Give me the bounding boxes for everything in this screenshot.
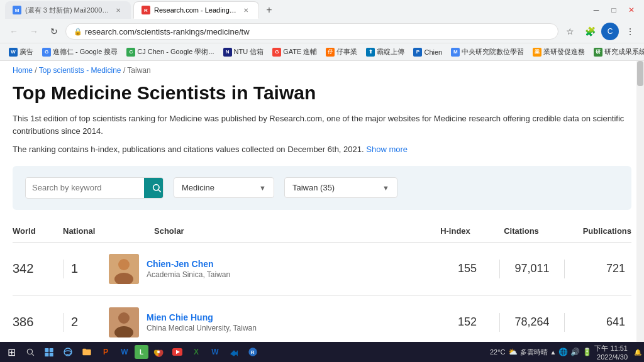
reload-button[interactable]: ↻ [45,23,63,40]
show-more-link[interactable]: Show more [366,145,408,154]
taskbar-folder-icon [82,347,92,357]
svg-rect-12 [45,353,48,356]
address-text: research.com/scientists-rankings/medicin… [85,27,250,36]
svg-point-6 [118,312,130,324]
breadcrumb-medicine[interactable]: Top scientists - Medicine [39,66,121,75]
bookmark-gate[interactable]: G GATE 進輔 [269,45,321,59]
taskbar-app-folder[interactable] [78,343,96,361]
svg-line-1 [158,190,161,192]
menu-button[interactable]: ⋮ [621,23,639,40]
taskbar-explorer-icon [44,347,54,357]
bookmark-upload-label: 霸綻上傳 [377,47,404,57]
close-button[interactable]: ✕ [624,3,639,18]
taskbar-clock[interactable]: 下午 11:51 2022/4/30 [594,344,631,361]
world-rank-2: 386 [13,315,63,329]
bookmark-ntu[interactable]: N NTU 信箱 [219,45,268,59]
scholar-photo-2 [109,307,139,337]
breadcrumb-home[interactable]: Home [13,66,33,75]
country-dropdown[interactable]: Taiwan (35) ▼ [284,177,397,198]
bookmark-task-label: 仔事業 [336,47,357,57]
taskbar-app-excel[interactable]: X [187,343,205,361]
discipline-arrow-icon: ▼ [259,184,266,192]
address-bar: ← → ↻ 🔒 research.com/scientists-rankings… [0,20,644,43]
discipline-value: Medicine [182,183,214,192]
hindex-2: 152 [439,315,496,329]
header-publications: Publications [556,226,631,236]
taskbar-youtube-icon [172,348,182,356]
bookmark-cj[interactable]: C CJ Chen - Google 學術... [123,45,218,59]
publications-1: 721 [569,262,631,275]
taskbar-date: 2022/4/30 [594,353,628,361]
taskbar-app-edge[interactable] [59,343,77,361]
taskbar-app-youtube[interactable] [169,343,186,361]
taskbar-app-word[interactable]: W [116,343,133,361]
taskbar-time: 下午 11:51 [594,344,628,353]
taskbar-app-vscode[interactable] [225,343,243,361]
taskbar-app-line[interactable]: L [135,345,148,359]
scholar-name-1[interactable]: Chien-Jen Chen [147,259,230,269]
back-button[interactable]: ← [5,23,23,40]
taskbar-network-icon: 🌐 [558,348,568,356]
taskbar-r-icon: R [248,347,258,357]
bookmark-star[interactable]: ☆ [561,23,579,40]
header-world: World [13,226,63,236]
search-button[interactable] [144,178,164,198]
breadcrumb-taiwan: Taiwan [127,66,150,75]
extension-puzzle[interactable]: 🧩 [581,23,599,40]
bookmark-google-label: 進德仁 - Google 搜尋 [53,47,118,57]
discipline-dropdown[interactable]: Medicine ▼ [174,177,274,198]
bookmark-results[interactable]: 研 研究成果系統 [590,45,644,59]
tab-mail-close[interactable]: ✕ [113,5,123,15]
scholar-name-2[interactable]: Mien Chie Hung [147,312,257,322]
search-box [25,177,164,199]
national-rank-1: 1 [71,261,109,276]
scholar-affil-1: Academia Sinica, Taiwan [147,270,230,279]
taskbar-volume-icon[interactable]: 🔊 [570,348,580,356]
search-input[interactable] [26,178,144,197]
publications-2: 641 [569,315,631,329]
bookmark-upload[interactable]: ⬆ 霸綻上傳 [362,45,408,59]
taskbar-notifications[interactable]: 🔔 [634,349,641,356]
maximize-button[interactable]: □ [606,3,621,18]
scholar-avatar-2 [109,307,139,337]
scrollbar[interactable] [636,61,644,343]
start-button[interactable]: ⊞ [3,343,20,361]
bookmark-chien[interactable]: P Chien [409,45,446,59]
minimize-button[interactable]: ─ [589,3,604,18]
profile-avatar[interactable]: C [601,23,619,40]
taskbar-app-word2[interactable]: W [206,343,224,361]
bookmark-app-label: 廣告 [19,47,33,57]
table-row: 342 1 Chien-Jen Chen Academia Sinica, Ta… [13,243,631,296]
bookmark-app[interactable]: W 廣告 [5,45,37,59]
divider [63,313,64,332]
bookmark-ntu-label: NTU 信箱 [234,47,264,57]
bookmark-academia[interactable]: M 中央研究院數位學習 [447,45,528,59]
bookmark-google[interactable]: G 進德仁 - Google 搜尋 [38,45,121,59]
bookmark-gate-label: GATE 進輔 [283,47,317,57]
taskbar-search[interactable] [21,343,39,361]
forward-button[interactable]: → [25,23,43,40]
tab-mail[interactable]: M (還有 3 封新信) Mail2000電子優箱 ✕ [5,1,131,19]
tab-research-close[interactable]: ✕ [241,5,251,15]
bookmark-task[interactable]: 仔 仔事業 [322,45,361,59]
bookmark-results-label: 研究成果系統 [604,47,644,57]
scholar-info-2: Mien Chie Hung China Medical University,… [109,307,439,337]
stat-divider-2 [564,313,565,332]
table-row: 386 2 Mien Chie Hung China Medical Unive… [13,296,631,343]
new-tab-button[interactable]: + [262,3,277,18]
taskbar-weather-icon: ⛅ [508,348,518,356]
bookmark-chien-label: Chien [424,48,442,56]
taskbar-app-r[interactable]: R [244,343,262,361]
taskbar-app-chrome[interactable] [150,343,167,361]
scrollbar-thumb[interactable] [637,61,643,86]
country-value: Taiwan (35) [292,183,335,192]
taskbar-app-explorer[interactable] [40,343,58,361]
address-input[interactable]: 🔒 research.com/scientists-rankings/medic… [65,23,558,40]
taskbar-arrow-up[interactable]: ▲ [550,349,557,356]
taskbar-app-powerpoint[interactable]: P [97,343,114,361]
tab-mail-label: (還有 3 封新信) Mail2000電子優箱 [25,6,109,15]
header-citations: Citations [487,226,556,236]
bookmark-research-dev[interactable]: 業 業研發促進務 [529,45,589,59]
tab-research[interactable]: R Research.com - Leading Academic Re... … [133,1,259,19]
citations-2: 78,264 [504,315,560,329]
